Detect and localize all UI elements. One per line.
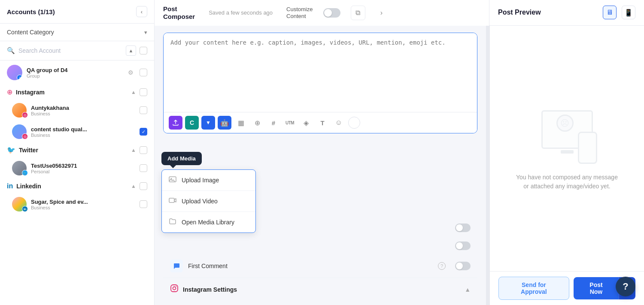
composer-title: PostComposer [163, 5, 195, 21]
gear-icon[interactable]: ⚙ [126, 68, 135, 77]
first-comment-toggle[interactable] [455, 262, 471, 270]
embed-button[interactable]: ◈ [299, 116, 313, 130]
instagram-settings-title: Instagram Settings [183, 286, 460, 293]
copy-button[interactable]: ⧉ [351, 6, 365, 20]
location-button[interactable]: ⊕ [250, 116, 264, 130]
search-row: 🔍 ▲ [0, 41, 154, 60]
video-icon [169, 196, 176, 206]
platform-checkbox[interactable] [140, 182, 147, 190]
help-icon[interactable]: ? [438, 262, 446, 270]
select-all-checkbox[interactable] [140, 47, 147, 54]
post-content-textarea[interactable] [164, 33, 477, 110]
sidebar-header: Accounts (1/13) ‹ [0, 0, 154, 24]
robot-button[interactable]: 🤖 [218, 116, 231, 130]
svg-point-5 [176, 286, 177, 287]
sidebar-item-instagram[interactable]: ⊕ Instagram ▲ [0, 85, 154, 100]
preview-title: Post Preview [498, 9, 541, 16]
textarea-wrap: C ▼ 🤖 ▦ ⊕ # UTM ◈ T ☺ [163, 33, 477, 133]
platform-badge-facebook: f [17, 75, 22, 80]
composer-left: C ▼ 🤖 ▦ ⊕ # UTM ◈ T ☺ Add Media [155, 26, 486, 305]
platform-checkbox[interactable] [140, 88, 147, 96]
send-approval-button[interactable]: Send for Approval [498, 277, 569, 300]
add-media-tooltip: Add Media [161, 152, 202, 165]
upload-video-menu-item[interactable]: Upload Video [162, 191, 255, 212]
twitter-icon: 🐦 [7, 146, 15, 154]
desktop-preview-button[interactable]: 🖥 [603, 6, 617, 19]
preview-empty-text: You have not composed any message or att… [516, 173, 619, 191]
account-checkbox[interactable] [140, 69, 147, 76]
sad-face-illustration: ☹ [556, 115, 574, 132]
content-category-row[interactable]: Content Category ▾ [0, 24, 154, 41]
more-button[interactable] [348, 117, 360, 129]
folder-icon [169, 217, 176, 227]
next-button[interactable]: › [376, 7, 388, 19]
avatar: 🐦 [12, 161, 27, 175]
open-media-library-menu-item[interactable]: Open Media Library [162, 212, 255, 233]
media-dropdown: Upload Image Upload Video [161, 169, 256, 233]
account-type: Business [31, 133, 135, 138]
dropdown-button[interactable]: ▼ [201, 116, 215, 130]
mobile-preview-button[interactable]: 📱 [622, 6, 635, 19]
composer-toolbar: C ▼ 🤖 ▦ ⊕ # UTM ◈ T ☺ [164, 112, 477, 133]
linkedin-icon: in [7, 182, 13, 190]
account-checkbox[interactable]: ✓ [140, 128, 147, 136]
chevron-up-icon: ▲ [131, 183, 136, 189]
utm-button[interactable]: UTM [283, 116, 297, 130]
sidebar-item-twitter[interactable]: 🐦 Twitter ▲ [0, 142, 154, 157]
account-checkbox[interactable] [140, 164, 147, 172]
preview-illustration: ☹ [533, 106, 601, 166]
grid-button[interactable]: ▦ [234, 116, 248, 130]
customize-toggle[interactable] [323, 8, 340, 18]
platform-badge-linkedin: in [22, 206, 28, 212]
hashtag-button[interactable]: # [267, 116, 280, 130]
content-button[interactable]: C [185, 116, 199, 130]
mobile-illustration [578, 132, 597, 164]
account-list: f QA group of D4 Group ⚙ ⊕ Instagram ▲ ◎… [0, 60, 154, 305]
upload-media-button[interactable] [169, 116, 182, 130]
option-toggle-1[interactable] [455, 223, 471, 232]
help-bubble-button[interactable]: ? [616, 277, 635, 296]
instagram-settings-header[interactable]: Instagram Settings ▲ [163, 278, 477, 301]
post-now-button[interactable]: Post Now [574, 277, 619, 299]
accounts-title: Accounts (1/13) [7, 8, 55, 15]
sidebar-collapse-button[interactable]: ‹ [136, 6, 147, 17]
preview-area: ☹ You have not composed any message or a… [489, 26, 644, 305]
account-info: Auntykakhana Business [31, 105, 135, 116]
account-checkbox[interactable] [140, 200, 147, 208]
customize-content-label: CustomizeContent [286, 6, 313, 19]
account-info: Sugar, Spice and ev... Business [31, 199, 135, 210]
platform-name: Twitter [19, 147, 128, 154]
search-collapse-button[interactable]: ▲ [126, 45, 136, 56]
sidebar-item-linkedin[interactable]: in Linkedin ▲ [0, 179, 154, 193]
chevron-down-icon: ▾ [144, 29, 147, 36]
upload-image-menu-item[interactable]: Upload Image [162, 170, 255, 191]
search-icon: 🔍 [7, 47, 15, 54]
list-item[interactable]: in Sugar, Spice and ev... Business [0, 193, 154, 215]
image-icon [169, 175, 176, 185]
option-toggle-2[interactable] [455, 242, 471, 250]
account-info: content studio qual... Business [31, 126, 135, 138]
search-input[interactable] [18, 47, 122, 54]
account-info: QA group of D4 Group [27, 67, 122, 79]
list-item[interactable]: f QA group of D4 Group ⚙ [0, 60, 154, 85]
composer-body: C ▼ 🤖 ▦ ⊕ # UTM ◈ T ☺ Add Media [155, 26, 644, 305]
account-name: Sugar, Spice and ev... [31, 199, 135, 205]
platform-name: Linkedin [16, 183, 128, 190]
preview-content: ☹ You have not composed any message or a… [490, 26, 644, 271]
list-item[interactable]: ◎ Auntykakhana Business [0, 100, 154, 121]
emoji-button[interactable]: ☺ [332, 116, 346, 130]
list-item[interactable]: ◎ content studio qual... Business ✓ [0, 121, 154, 142]
chevron-up-icon: ▲ [131, 147, 136, 153]
account-type: Personal [31, 169, 135, 174]
account-checkbox[interactable] [140, 106, 147, 114]
upload-video-label: Upload Video [182, 198, 218, 205]
svg-rect-2 [169, 198, 174, 202]
avatar: ◎ [12, 103, 27, 118]
platform-checkbox[interactable] [140, 146, 147, 154]
list-item[interactable]: 🐦 TestUse05632971 Personal [0, 157, 154, 179]
section-divider [486, 26, 489, 305]
platform-name: Instagram [16, 89, 128, 96]
platform-badge-instagram: ◎ [22, 133, 28, 139]
text-format-button[interactable]: T [316, 116, 329, 130]
account-name: Auntykakhana [31, 105, 135, 111]
